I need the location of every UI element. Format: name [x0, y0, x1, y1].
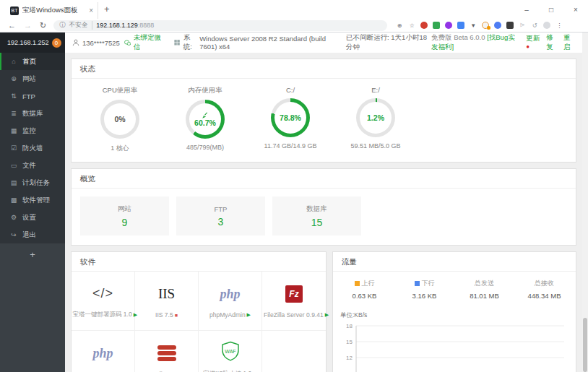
zoom-icon[interactable]: ⊕ [396, 22, 403, 29]
overview-box-网站[interactable]: 网站9 [80, 196, 169, 235]
gauge-value: 0% [114, 115, 125, 124]
sidebar-item-FTP[interactable]: ⇅FTP [0, 87, 65, 105]
tab-favicon-icon: BT [10, 7, 19, 15]
sidebar-item-label: 监控 [22, 126, 36, 136]
software-icon: ▩ [10, 196, 17, 204]
scrollbar-thumb[interactable] [583, 318, 587, 372]
software-item-FileZilla Server 0.9.41[interactable]: FzFileZilla Server 0.9.41▶ [262, 272, 326, 331]
restart-link[interactable]: 重启 [563, 33, 575, 52]
sidebar-item-label: 软件管理 [22, 196, 50, 205]
dark-extension-icon[interactable] [506, 22, 514, 29]
filter-extension-icon[interactable]: ▼ [470, 22, 477, 29]
account-group[interactable]: 136****7525 [72, 39, 120, 47]
gauge-ring: 0% [100, 100, 139, 139]
share-icon[interactable]: ⌲ [519, 22, 526, 29]
sidebar-item-label: 防火墙 [22, 144, 43, 153]
clean-memory-icon[interactable] [202, 112, 209, 118]
sidebar-item-软件管理[interactable]: ▩软件管理 [0, 191, 65, 209]
redis-icon [157, 345, 176, 361]
gauge-ring: 60.7% [186, 100, 225, 139]
gauge-ring-inner: 60.7% [189, 103, 221, 135]
home-icon: ⌂ [10, 58, 17, 65]
traffic-stat-label: 总发送 [475, 279, 494, 288]
page-scrollbar[interactable] [582, 33, 588, 372]
repair-link[interactable]: 修复 [546, 33, 558, 52]
bookmark-star-icon[interactable]: ☆ [408, 22, 415, 29]
traffic-stat-上行: 上行0.63 KB [334, 279, 394, 300]
overview-label: FTP [215, 205, 228, 213]
forward-button[interactable]: → [24, 21, 32, 30]
stopped-status-icon: ■ [175, 313, 178, 318]
sidebar-item-数据库[interactable]: ≣数据库 [0, 105, 65, 122]
browser-tab[interactable]: BT 宝塔Windows面板 × [6, 2, 98, 19]
sidebar-add-button[interactable]: + [0, 243, 65, 265]
close-button[interactable]: × [563, 0, 588, 19]
info-icon[interactable]: ⓘ [59, 21, 66, 30]
sidebar-item-设置[interactable]: ⚙设置 [0, 209, 65, 226]
blue-round-extension-icon[interactable] [494, 22, 501, 29]
sidebar-item-防火墙[interactable]: ☑防火墙 [0, 139, 65, 157]
blue-extension-icon[interactable] [457, 22, 464, 29]
history-icon[interactable]: ↺ [531, 22, 538, 29]
gauge-label: CPU使用率 [103, 86, 138, 95]
system-label: 系统: [183, 33, 196, 52]
gauge-value: 1.2% [367, 113, 384, 122]
traffic-stat-label: 上行 [355, 279, 375, 288]
menu-kebab-icon[interactable]: ⋮ [555, 22, 563, 29]
green-extension-icon[interactable] [433, 22, 440, 29]
baota-panel-window: BT 宝塔Windows面板 × + – □ × ← → ↻ ⓘ 不安全 192… [0, 0, 588, 372]
update-link[interactable]: 更新● [526, 34, 540, 51]
traffic-panel-title: 流量 [333, 252, 576, 272]
maximize-button[interactable]: □ [539, 0, 563, 19]
sidebar-item-label: 首页 [22, 57, 36, 66]
svg-text:15: 15 [346, 339, 353, 345]
traffic-stat-下行: 下行3.16 KB [394, 279, 454, 300]
software-item-IIS 7.5[interactable]: IISIIS 7.5■ [135, 272, 199, 331]
monitor-icon: ▦ [10, 127, 17, 134]
gauge-value: 60.7% [194, 118, 216, 127]
sidebar-item-退出[interactable]: ↪退出 [0, 226, 65, 243]
wechat-bind-link[interactable]: 未绑定微信 [124, 33, 163, 52]
minimize-button[interactable]: – [514, 0, 539, 19]
software-item-PHP-5.2[interactable]: phpPHP-5.2▶ [72, 331, 135, 372]
browser-navbar: ← → ↻ ⓘ 不安全 192.168.1.129:8888 ⊕☆▼⌲↺⋮ [0, 19, 588, 33]
gauge-label: 内存使用率 [188, 86, 222, 95]
software-item-宝塔IIS防火墙 1.0[interactable]: WAF宝塔IIS防火墙 1.0▶ [199, 331, 262, 372]
sidebar-item-监控[interactable]: ▦监控 [0, 122, 65, 139]
software-item-redis 1.0[interactable]: redis 1.0▶ [135, 331, 199, 372]
overview-panel: 概览 网站9FTP3数据库15 [71, 168, 576, 246]
gauge-label: C:/ [286, 86, 295, 94]
back-button[interactable]: ← [8, 21, 16, 30]
software-item-宝塔一键部署源码 1.0[interactable]: </>宝塔一键部署源码 1.0▶ [72, 272, 135, 331]
profile-avatar-icon[interactable] [543, 22, 550, 29]
sidebar-item-文件[interactable]: ▭文件 [0, 157, 65, 174]
gauge-row: CPU使用率0%1 核心内存使用率60.7%485/799(MB)C:/78.8… [72, 79, 576, 162]
overview-box-FTP[interactable]: FTP3 [176, 196, 265, 235]
gauge-sublabel: 59.51 MB/5.0 GB [350, 142, 400, 150]
traffic-stat-label-text: 下行 [422, 279, 435, 288]
sidebar-item-label: FTP [22, 92, 35, 100]
tab-close-icon[interactable]: × [89, 7, 93, 14]
message-count-badge[interactable]: 0 [52, 38, 61, 48]
update-dot-icon: ● [526, 43, 529, 50]
software-item-phpMyAdmin[interactable]: phpphpMyAdmin▶ [199, 272, 262, 331]
adblock-extension-icon[interactable] [420, 22, 428, 29]
sidebar-item-首页[interactable]: ⌂首页 [0, 53, 65, 70]
sidebar-server-header[interactable]: 192.168.1.252 0 [0, 33, 65, 53]
software-icon-holder: </> [92, 282, 113, 304]
url-bar[interactable]: ⓘ 不安全 192.168.1.129:8888 [53, 20, 387, 31]
software-name: 宝塔一键部署源码 1.0▶ [73, 311, 134, 319]
code-icon: </> [92, 286, 113, 301]
sidebar-item-计划任务[interactable]: ▤计划任务 [0, 174, 65, 191]
orange-badge-extension-icon[interactable] [482, 22, 489, 29]
version-text: 免费版 Beta 6.0.0 [找Bug实发福利] [431, 33, 520, 52]
sidebar-item-网站[interactable]: ⊕网站 [0, 70, 65, 87]
new-tab-button[interactable]: + [104, 4, 110, 14]
gauge-ring: 78.8% [271, 98, 310, 137]
reload-button[interactable]: ↻ [40, 21, 46, 30]
server-ip: 192.168.1.252 [7, 39, 49, 46]
purple-extension-icon[interactable] [445, 22, 452, 29]
legend-swatch-icon [415, 281, 420, 286]
overview-box-数据库[interactable]: 数据库15 [272, 196, 361, 235]
gauge-sublabel: 485/799(MB) [186, 144, 224, 151]
